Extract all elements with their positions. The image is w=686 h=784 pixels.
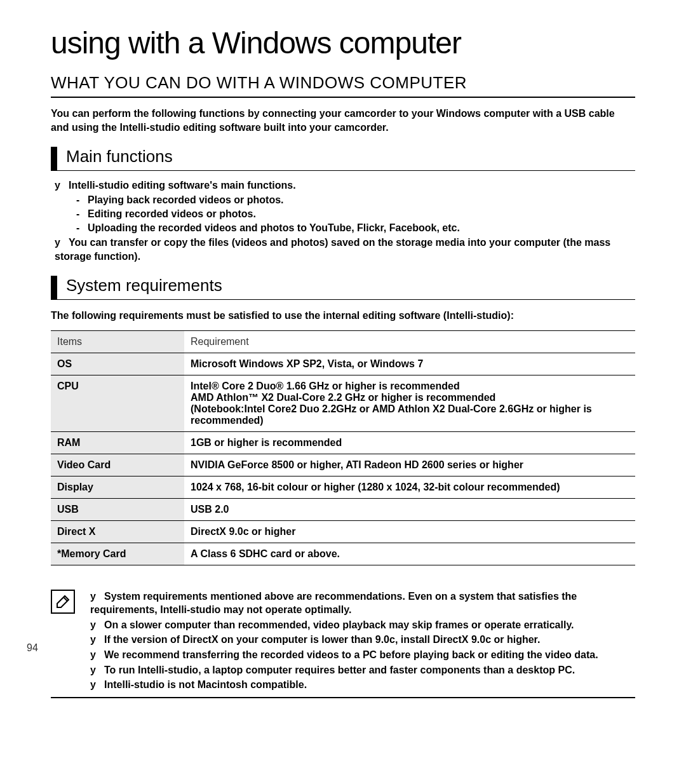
- note-text: We recommend transferring the recorded v…: [104, 649, 598, 660]
- list-item: yWe recommend transferring the recorded …: [90, 648, 635, 662]
- note-icon: [51, 590, 75, 614]
- system-requirements-intro: The following requirements must be satis…: [51, 310, 635, 321]
- req-item: Direct X: [51, 520, 184, 543]
- table-row: USB USB 2.0: [51, 498, 635, 520]
- list-item-text: You can transfer or copy the files (vide…: [55, 237, 610, 262]
- table-header-row: Items Requirement: [51, 330, 635, 353]
- req-item: Display: [51, 476, 184, 498]
- cpu-line: AMD Athlon™ X2 Dual-Core 2.2 GHz or high…: [191, 392, 629, 403]
- list-item: yIntelli-studio is not Macintosh compati…: [90, 678, 635, 692]
- note-text: System requirements mentioned above are …: [90, 591, 577, 616]
- section-heading: WHAT YOU CAN DO WITH A WINDOWS COMPUTER: [51, 73, 635, 98]
- manual-page: using with a Windows computer WHAT YOU C…: [0, 0, 686, 724]
- table-row: Display 1024 x 768, 16-bit colour or hig…: [51, 476, 635, 498]
- list-item-text: Uploading the recorded videos and photos…: [88, 222, 460, 233]
- list-item-text: Editing recorded videos or photos.: [88, 208, 256, 219]
- list-item: -Uploading the recorded videos and photo…: [76, 221, 635, 235]
- table-row: RAM 1GB or higher is recommended: [51, 431, 635, 454]
- req-value: A Class 6 SDHC card or above.: [184, 543, 635, 565]
- list-item: yTo run Intelli-studio, a laptop compute…: [90, 663, 635, 677]
- col-items: Items: [51, 330, 184, 353]
- col-requirement: Requirement: [184, 330, 635, 353]
- note-text: Intelli-studio is not Macintosh compatib…: [104, 679, 307, 690]
- list-item: yIf the version of DirectX on your compu…: [90, 633, 635, 647]
- notes-list: ySystem requirements mentioned above are…: [90, 590, 635, 693]
- list-item-text: Playing back recorded videos or photos.: [88, 194, 284, 205]
- req-value: 1024 x 768, 16-bit colour or higher (128…: [184, 476, 635, 498]
- table-row: OS Microsoft Windows XP SP2, Vista, or W…: [51, 353, 635, 375]
- req-item: OS: [51, 353, 184, 375]
- note-text: To run Intelli-studio, a laptop computer…: [104, 665, 575, 675]
- notes-box: ySystem requirements mentioned above are…: [51, 590, 635, 698]
- req-value: Intel® Core 2 Duo® 1.66 GHz or higher is…: [184, 375, 635, 431]
- main-functions-list: yIntelli-studio editing software's main …: [55, 179, 635, 264]
- main-functions-heading: Main functions: [51, 147, 635, 171]
- req-item-text: *Memory Card: [57, 548, 126, 559]
- table-row: Direct X DirectX 9.0c or higher: [51, 520, 635, 543]
- note-text: If the version of DirectX on your comput…: [104, 634, 540, 645]
- table-row: Video Card NVIDIA GeForce 8500 or higher…: [51, 454, 635, 476]
- cpu-line: (Notebook:Intel Core2 Duo 2.2GHz or AMD …: [191, 403, 629, 426]
- table-row: *Memory Card A Class 6 SDHC card or abov…: [51, 543, 635, 565]
- req-value: 1GB or higher is recommended: [184, 431, 635, 454]
- list-item: yOn a slower computer than recommended, …: [90, 618, 635, 632]
- list-item: ySystem requirements mentioned above are…: [90, 590, 635, 617]
- list-item: yIntelli-studio editing software's main …: [55, 179, 635, 193]
- list-item: -Editing recorded videos or photos.: [76, 207, 635, 221]
- section-intro: You can perform the following functions …: [51, 107, 635, 134]
- system-requirements-heading: System requirements: [51, 276, 635, 300]
- page-number: 94: [27, 642, 38, 654]
- requirements-table: Items Requirement OS Microsoft Windows X…: [51, 330, 635, 565]
- list-item: yYou can transfer or copy the files (vid…: [55, 236, 635, 264]
- req-item: USB: [51, 498, 184, 520]
- req-value: DirectX 9.0c or higher: [184, 520, 635, 543]
- req-value: NVIDIA GeForce 8500 or higher, ATI Radeo…: [184, 454, 635, 476]
- table-row: CPU Intel® Core 2 Duo® 1.66 GHz or highe…: [51, 375, 635, 431]
- req-item: Video Card: [51, 454, 184, 476]
- cpu-line: Intel® Core 2 Duo® 1.66 GHz or higher is…: [191, 381, 460, 391]
- note-text: On a slower computer than recommended, v…: [104, 619, 574, 630]
- chapter-title: using with a Windows computer: [51, 25, 635, 60]
- req-value: Microsoft Windows XP SP2, Vista, or Wind…: [184, 353, 635, 375]
- req-item: *Memory Card: [51, 543, 184, 565]
- req-item: CPU: [51, 375, 184, 431]
- list-item-text: Intelli-studio editing software's main f…: [69, 180, 296, 191]
- list-item: -Playing back recorded videos or photos.: [76, 193, 635, 207]
- req-item: RAM: [51, 431, 184, 454]
- req-value: USB 2.0: [184, 498, 635, 520]
